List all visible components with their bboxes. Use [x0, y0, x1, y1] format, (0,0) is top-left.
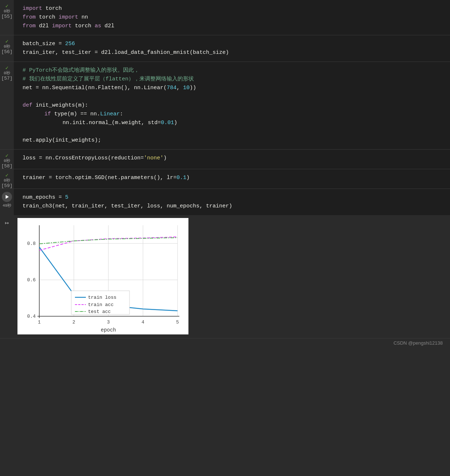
line: net.apply(init_weights); — [23, 136, 446, 145]
cell-60: 49秒 num_epochs = 5 train_ch3(net, train_… — [0, 189, 450, 215]
line: train_ch3(net, train_iter, test_iter, lo… — [23, 202, 446, 211]
cell-56-label: [56] — [1, 49, 12, 55]
line: num_epochs = 5 — [23, 193, 446, 202]
line: import torch — [23, 4, 446, 13]
svg-text:4: 4 — [142, 320, 144, 325]
cell-55-content[interactable]: import torch from torch import nn from d… — [14, 0, 450, 35]
cell-57-time: 0秒 — [4, 71, 10, 76]
cell-59: ✓ 0秒 [59] trainer = torch.optim.SGD(net.… — [0, 169, 450, 189]
svg-text:train loss: train loss — [88, 295, 116, 300]
line: loss = nn.CrossEntropyLoss(reduction='no… — [23, 154, 446, 163]
line: from d2l import torch as d2l — [23, 22, 446, 31]
run-button[interactable] — [2, 192, 12, 202]
svg-text:epoch: epoch — [101, 327, 116, 333]
cell-56-time: 0秒 — [4, 44, 10, 49]
cell-59-time: 0秒 — [4, 178, 10, 183]
cell-58-label: [58] — [1, 163, 12, 169]
cell-55-gutter: ✓ 0秒 [55] — [0, 0, 14, 35]
output-icon: ↦ — [5, 219, 9, 227]
svg-marker-0 — [6, 195, 9, 199]
svg-text:0.4: 0.4 — [27, 314, 36, 319]
svg-text:0.8: 0.8 — [27, 241, 36, 246]
cell-55-time: 0秒 — [4, 9, 10, 14]
line: batch_size = 256 — [23, 40, 446, 48]
line: train_iter, test_iter = d2l.load_data_fa… — [23, 48, 446, 57]
cell-57-label: [57] — [1, 76, 12, 81]
cell-59-label: [59] — [1, 183, 12, 189]
cell-58-time: 0秒 — [4, 159, 10, 163]
chart-output: 0.4 0.6 0.8 1 2 3 4 5 epoch — [14, 215, 450, 338]
cell-57: ✓ 0秒 [57] # PyTorch不会隐式地调整输入的形状。因此， # 我们… — [0, 62, 450, 149]
line: # 我们在线性层前定义了展平层（flatten），来调整网络输入的形状 — [23, 75, 446, 84]
svg-text:train acc: train acc — [88, 302, 114, 308]
cell-56-status-icon: ✓ — [5, 38, 8, 44]
svg-text:0.6: 0.6 — [27, 277, 36, 283]
cell-60-time: 49秒 — [3, 203, 11, 208]
cell-57-status-icon: ✓ — [5, 65, 8, 71]
cell-59-content[interactable]: trainer = torch.optim.SGD(net.parameters… — [14, 169, 450, 189]
svg-text:test acc: test acc — [88, 309, 111, 314]
output-icon-area: ↦ — [0, 215, 14, 338]
svg-text:1: 1 — [38, 320, 41, 325]
cell-55-label: [55] — [1, 14, 12, 19]
line: net = nn.Sequential(nn.Flatten(), nn.Lin… — [23, 84, 446, 92]
line: def init_weights(m): — [23, 101, 446, 110]
notebook: ✓ 0秒 [55] import torch from torch import… — [0, 0, 450, 349]
svg-text:2: 2 — [72, 320, 75, 325]
svg-text:3: 3 — [107, 320, 110, 325]
line: from torch import nn — [23, 13, 446, 22]
cell-60-content[interactable]: num_epochs = 5 train_ch3(net, train_iter… — [14, 189, 450, 215]
line: nn.init.normal_(m.weight, std=0.01) — [23, 119, 446, 127]
cell-59-gutter: ✓ 0秒 [59] — [0, 169, 14, 189]
svg-rect-1 — [17, 218, 188, 334]
cell-58-content[interactable]: loss = nn.CrossEntropyLoss(reduction='no… — [14, 150, 450, 169]
line: # PyTorch不会隐式地调整输入的形状。因此， — [23, 66, 446, 75]
watermark-area: CSDN @pengshi12138 — [0, 338, 450, 349]
cell-58-gutter: ✓ 0秒 [58] — [0, 150, 14, 169]
cell-55: ✓ 0秒 [55] import torch from torch import… — [0, 0, 450, 35]
cell-57-content[interactable]: # PyTorch不会隐式地调整输入的形状。因此， # 我们在线性层前定义了展平… — [14, 62, 450, 149]
cell-56-gutter: ✓ 0秒 [56] — [0, 35, 14, 62]
cell-56-content[interactable]: batch_size = 256 train_iter, test_iter =… — [14, 35, 450, 62]
line — [23, 127, 446, 136]
watermark-text: CSDN @pengshi12138 — [394, 340, 443, 346]
cell-58-status-icon: ✓ — [5, 152, 8, 159]
cell-60-gutter: 49秒 — [0, 189, 14, 215]
line: if type(m) == nn.Linear: — [23, 110, 446, 119]
line: trainer = torch.optim.SGD(net.parameters… — [23, 174, 446, 182]
output-row: ↦ — [0, 215, 450, 338]
cell-55-status-icon: ✓ — [5, 3, 8, 9]
cell-58: ✓ 0秒 [58] loss = nn.CrossEntropyLoss(red… — [0, 149, 450, 169]
cell-56: ✓ 0秒 [56] batch_size = 256 train_iter, t… — [0, 35, 450, 62]
chart-svg: 0.4 0.6 0.8 1 2 3 4 5 epoch — [17, 218, 188, 334]
svg-text:5: 5 — [176, 320, 179, 325]
cell-59-status-icon: ✓ — [5, 172, 8, 178]
cell-57-gutter: ✓ 0秒 [57] — [0, 62, 14, 149]
training-chart: 0.4 0.6 0.8 1 2 3 4 5 epoch — [17, 218, 188, 334]
line — [23, 92, 446, 101]
